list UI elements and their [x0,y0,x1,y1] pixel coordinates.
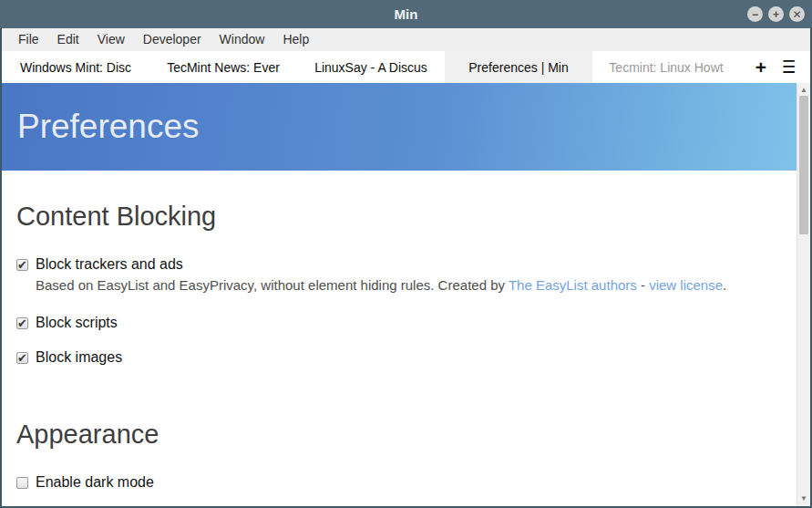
tab-windows-mint[interactable]: Windows Mint: Disc [2,51,149,83]
tab-linuxsay[interactable]: LinuxSay - A Discus [297,51,445,83]
page-content: Preferences Content Blocking ✔ Block tra… [2,83,810,506]
view-license-link[interactable]: view license [649,277,723,293]
block-trackers-description: Based on EasyList and EasyPrivacy, witho… [36,276,782,295]
section-appearance: Appearance Enable dark mode [2,420,797,492]
description-end: . [723,277,726,293]
close-button[interactable]: ✕ [789,6,805,22]
menu-help[interactable]: Help [273,28,318,51]
setting-block-scripts: ✔ Block scripts [16,314,782,332]
menu-view[interactable]: View [88,28,134,51]
setting-block-trackers: ✔ Block trackers and ads Based on EasyLi… [16,255,782,295]
hamburger-menu-icon[interactable]: ☰ [782,58,795,77]
scroll-up-icon[interactable]: ▲ [797,83,810,96]
tab-tecmint-news[interactable]: TecMint News: Ever [149,51,297,83]
browser-window: Min − + ✕ File Edit View Developer Windo… [0,0,812,508]
window-controls: − + ✕ [747,0,805,28]
vertical-scrollbar[interactable]: ▲ ▼ [797,83,810,506]
menu-bar: File Edit View Developer Window Help [2,28,810,51]
block-images-row[interactable]: ✔ Block images [16,348,782,367]
block-scripts-label: Block scripts [36,314,118,332]
block-images-checkbox[interactable]: ✔ [16,352,28,364]
preferences-header: Preferences [2,83,797,171]
scroll-area: Preferences Content Blocking ✔ Block tra… [2,83,797,506]
description-separator: - [637,277,649,293]
scrollbar-thumb[interactable] [799,96,808,234]
tab-list: Windows Mint: Disc TecMint News: Ever Li… [2,51,740,83]
appearance-heading: Appearance [16,420,782,450]
block-trackers-row[interactable]: ✔ Block trackers and ads [16,255,782,274]
block-trackers-label: Block trackers and ads [36,255,183,274]
tab-bar: Windows Mint: Disc TecMint News: Ever Li… [2,51,810,83]
scroll-down-icon[interactable]: ▼ [797,492,810,504]
section-content-blocking: Content Blocking ✔ Block trackers and ad… [2,202,797,367]
menu-window[interactable]: Window [211,28,274,51]
block-trackers-checkbox[interactable]: ✔ [16,259,28,271]
setting-block-images: ✔ Block images [16,348,782,367]
description-text: Based on EasyList and EasyPrivacy, witho… [36,277,509,293]
tab-tecmint-linux[interactable]: Tecmint: Linux Howt [592,51,740,83]
enable-dark-mode-checkbox[interactable] [16,477,28,489]
tab-preferences-active[interactable]: Preferences | Min [445,51,592,83]
menu-file[interactable]: File [9,28,48,51]
menu-edit[interactable]: Edit [48,28,88,51]
page-title: Preferences [17,108,200,146]
maximize-button[interactable]: + [768,6,784,22]
block-images-label: Block images [36,348,122,367]
easylist-authors-link[interactable]: The EasyList authors [509,277,637,293]
setting-enable-dark-mode: Enable dark mode [16,473,782,492]
new-tab-icon[interactable]: + [755,57,766,77]
block-scripts-row[interactable]: ✔ Block scripts [16,314,782,332]
block-scripts-checkbox[interactable]: ✔ [16,317,28,329]
minimize-button[interactable]: − [747,6,763,22]
content-blocking-heading: Content Blocking [16,202,782,232]
window-title: Min [0,0,812,28]
enable-dark-mode-row[interactable]: Enable dark mode [16,473,782,492]
window-body: File Edit View Developer Window Help Win… [2,28,810,506]
enable-dark-mode-label: Enable dark mode [36,473,154,492]
tab-actions: + ☰ [740,51,810,83]
window-titlebar: Min − + ✕ [0,0,812,28]
menu-developer[interactable]: Developer [134,28,211,51]
